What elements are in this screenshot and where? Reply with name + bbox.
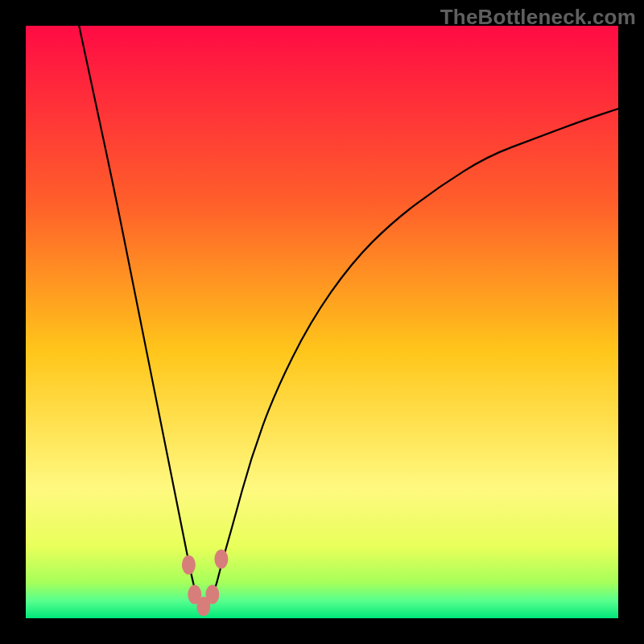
minimum-marker xyxy=(205,585,219,605)
chart-svg xyxy=(26,26,618,618)
gradient-background xyxy=(26,26,618,618)
chart-frame: TheBottleneck.com xyxy=(0,0,644,644)
minimum-marker xyxy=(214,549,228,568)
plot-area xyxy=(26,26,618,618)
minimum-marker xyxy=(182,555,196,575)
